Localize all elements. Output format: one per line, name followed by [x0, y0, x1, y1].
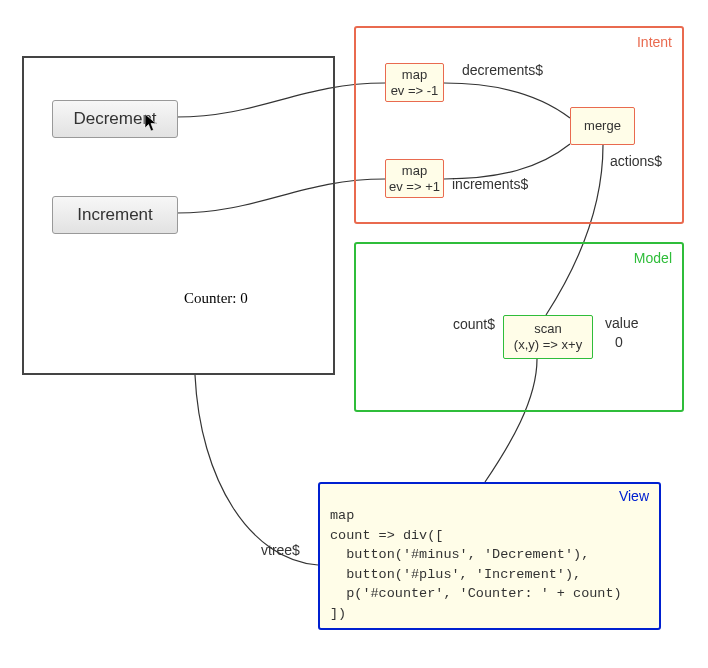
- view-box: View map count => div([ button('#minus',…: [318, 482, 661, 630]
- increments-label: increments$: [452, 176, 528, 192]
- scan-fn: (x,y) => x+y: [514, 337, 582, 353]
- map-inc-fn: ev => +1: [389, 179, 440, 195]
- map-inc-op: map: [402, 163, 427, 179]
- view-code: map count => div([ button('#minus', 'Dec…: [330, 506, 649, 623]
- counter-text: Counter: 0: [184, 290, 248, 307]
- map-dec-op: map: [402, 67, 427, 83]
- decrement-button[interactable]: Decrement: [52, 100, 178, 138]
- vtree-label: vtree$: [261, 542, 300, 558]
- decrement-button-label: Decrement: [73, 109, 156, 129]
- merge-box: merge: [570, 107, 635, 145]
- decrements-label: decrements$: [462, 62, 543, 78]
- increment-button[interactable]: Increment: [52, 196, 178, 234]
- value-label: value: [605, 315, 638, 331]
- scan-op: scan: [534, 321, 561, 337]
- map-dec-box: map ev => -1: [385, 63, 444, 102]
- model-title: Model: [634, 250, 672, 266]
- actions-label: actions$: [610, 153, 662, 169]
- app-preview: Decrement Increment Counter: 0: [22, 56, 335, 375]
- intent-title: Intent: [637, 34, 672, 50]
- increment-button-label: Increment: [77, 205, 153, 225]
- scan-box: scan (x,y) => x+y: [503, 315, 593, 359]
- map-dec-fn: ev => -1: [391, 83, 439, 99]
- map-inc-box: map ev => +1: [385, 159, 444, 198]
- view-title: View: [619, 488, 649, 504]
- value-text: 0: [615, 334, 623, 350]
- count-label: count$: [453, 316, 495, 332]
- merge-label: merge: [584, 118, 621, 134]
